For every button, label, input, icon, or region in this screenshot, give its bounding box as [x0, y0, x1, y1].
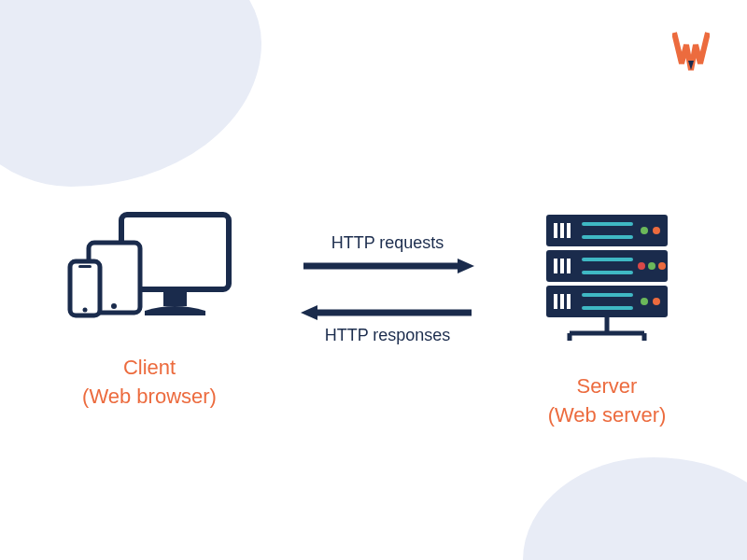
- server-section: Server (Web server): [537, 210, 677, 430]
- response-arrow-row: HTTP responses: [289, 303, 486, 345]
- server-label: Server (Web server): [537, 372, 677, 430]
- svg-point-24: [648, 262, 655, 270]
- svg-point-15: [641, 227, 648, 234]
- client-devices-icon: [65, 210, 233, 331]
- svg-point-16: [653, 227, 660, 234]
- svg-rect-4: [70, 261, 100, 315]
- server-title: Server: [577, 374, 638, 398]
- svg-rect-18: [554, 259, 557, 273]
- brand-logo: [672, 28, 710, 78]
- server-rack-icon: [537, 210, 677, 350]
- svg-rect-30: [582, 293, 633, 297]
- arrow-left-icon: [299, 303, 476, 322]
- svg-rect-10: [554, 223, 557, 238]
- svg-rect-1: [163, 289, 187, 306]
- response-label: HTTP responses: [325, 326, 451, 345]
- svg-point-33: [653, 298, 660, 305]
- svg-rect-12: [567, 223, 571, 238]
- client-section: Client (Web browser): [65, 210, 233, 412]
- arrow-right-icon: [299, 257, 476, 275]
- svg-rect-9: [546, 215, 668, 246]
- svg-rect-19: [560, 259, 564, 273]
- request-label: HTTP requests: [331, 233, 444, 253]
- arrows-section: HTTP requests HTTP responses: [289, 233, 486, 373]
- svg-rect-11: [560, 223, 564, 238]
- svg-rect-14: [582, 235, 633, 239]
- svg-point-32: [641, 298, 648, 305]
- client-subtitle: (Web browser): [82, 385, 217, 408]
- svg-point-25: [658, 262, 666, 270]
- svg-point-3: [111, 303, 117, 309]
- svg-rect-31: [582, 306, 633, 310]
- request-arrow-row: HTTP requests: [289, 233, 486, 275]
- svg-rect-21: [582, 258, 633, 261]
- client-label: Client (Web browser): [65, 354, 233, 412]
- svg-rect-20: [567, 259, 571, 273]
- svg-point-23: [638, 262, 645, 270]
- server-subtitle: (Web server): [548, 403, 667, 427]
- svg-point-6: [83, 308, 88, 313]
- svg-rect-29: [567, 294, 571, 309]
- svg-rect-27: [554, 294, 557, 309]
- svg-rect-13: [582, 222, 633, 226]
- svg-rect-26: [546, 286, 668, 317]
- svg-rect-22: [582, 271, 633, 274]
- client-title: Client: [123, 356, 176, 379]
- svg-rect-5: [78, 265, 92, 268]
- svg-rect-28: [560, 294, 564, 309]
